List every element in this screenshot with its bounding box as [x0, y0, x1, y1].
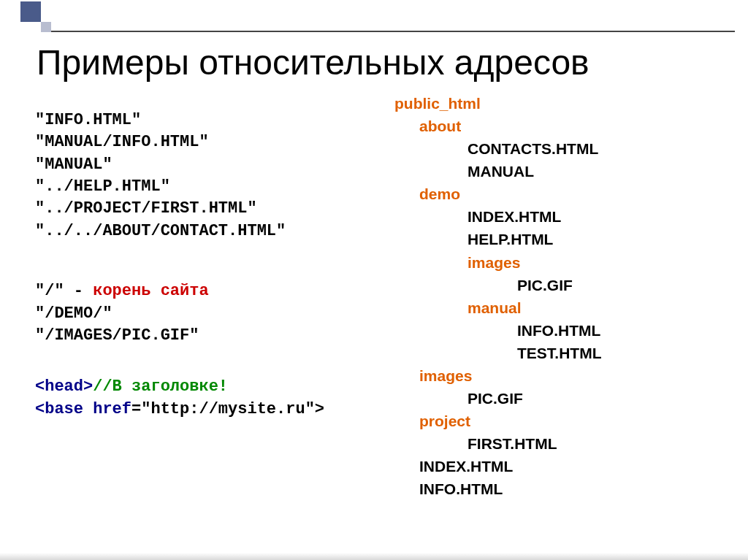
tag-base: <base href	[35, 400, 131, 418]
slide-title: Примеры относительных адресов	[37, 42, 589, 83]
code-line: <base href="http://mysite.ru">	[35, 399, 378, 421]
comment: //В заголовке!	[93, 377, 228, 396]
root-example: "/demo/"	[35, 303, 378, 325]
tree-body: aboutCONTACTS.HTMLMANUALdemoINDEX.HTMLHE…	[394, 115, 716, 500]
path-item: "../project/first.html"	[35, 198, 378, 220]
path-item: "manual"	[35, 154, 378, 176]
file-item: INDEX.HTML	[419, 455, 716, 477]
deco-square-large	[20, 1, 41, 22]
file-item: INFO.HTML	[419, 477, 716, 500]
file-item: CONTACTS.HTML	[468, 137, 716, 160]
file-item: TEST.HTML	[517, 342, 716, 364]
path-item: "../../about/contact.html"	[35, 220, 378, 242]
right-column: public_html aboutCONTACTS.HTMLMANUALdemo…	[394, 92, 716, 500]
left-column: "info.html" "manual/info.html" "manual" …	[35, 110, 378, 421]
root-label-line: "/" - корень сайта	[35, 280, 378, 302]
deco-line	[51, 31, 735, 32]
path-item: "../help.html"	[35, 176, 378, 198]
path-item: "manual/info.html"	[35, 131, 378, 153]
folder-item: project	[419, 410, 716, 432]
tag-base-href: ="http://mysite.ru">	[131, 400, 324, 418]
folder-item: about	[419, 115, 716, 137]
folder-item: demo	[419, 183, 716, 205]
path-item: "info.html"	[35, 110, 378, 131]
file-item: PIC.GIF	[517, 274, 716, 296]
bottom-shadow	[0, 553, 748, 560]
root-label: корень сайта	[93, 282, 208, 300]
file-item: PIC.GIF	[468, 387, 716, 410]
tag-head: <head>	[35, 377, 93, 396]
folder-item: images	[468, 251, 716, 274]
deco-square-small	[41, 22, 51, 32]
file-item: INDEX.HTML	[468, 205, 716, 228]
tree-root: public_html	[394, 92, 716, 115]
folder-item: manual	[468, 296, 716, 319]
file-item: MANUAL	[468, 160, 716, 183]
root-example: "/images/pic.gif"	[35, 325, 378, 347]
root-prefix: "/" -	[35, 282, 93, 300]
file-item: FIRST.HTML	[468, 432, 716, 455]
code-line: <head>//В заголовке!	[35, 376, 378, 398]
file-item: HELP.HTML	[468, 228, 716, 250]
slide-decoration	[0, 0, 748, 35]
file-item: INFO.HTML	[517, 319, 716, 342]
folder-item: images	[419, 364, 716, 387]
